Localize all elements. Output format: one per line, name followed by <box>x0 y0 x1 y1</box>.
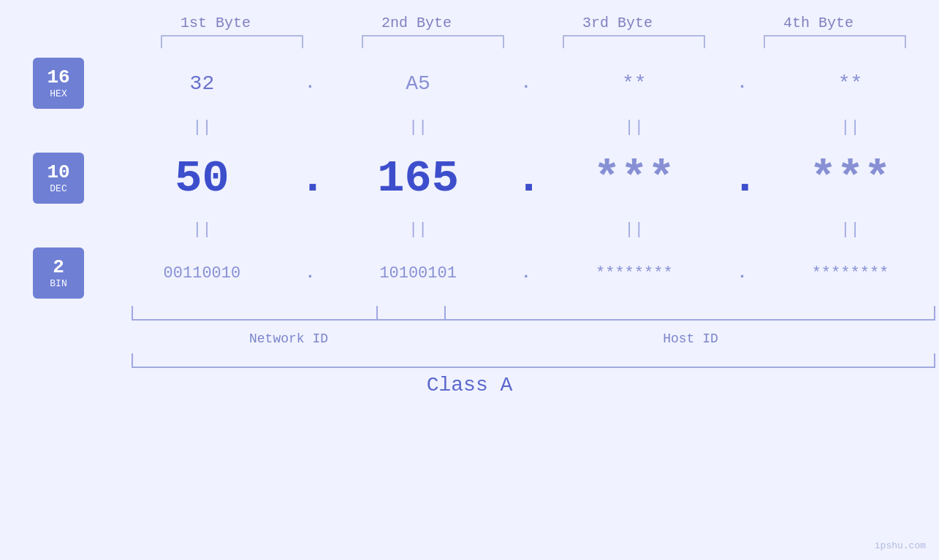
equals-row-2: || || || || <box>0 215 939 244</box>
bin-badge-num: 2 <box>53 257 64 278</box>
hex-byte-1: 32 <box>121 72 282 95</box>
bin-row: 2 BIN 00110010 . 10100101 . ******** . *… <box>0 244 939 302</box>
dec-row: 10 DEC 50 . 165 . *** . *** <box>0 142 939 215</box>
watermark: ipshu.com <box>875 540 926 551</box>
bin-byte-4: ******** <box>769 264 930 283</box>
top-bracket-4 <box>764 35 906 48</box>
equals-symbols-2: || || || || <box>113 220 939 239</box>
byte-header-3: 3rd Byte <box>544 15 691 31</box>
big-bracket-row <box>132 353 935 368</box>
dec-badge-num: 10 <box>47 162 69 183</box>
dec-dot-2: . <box>515 153 537 204</box>
hex-byte-3: ** <box>554 72 715 95</box>
eq-4: || <box>769 118 930 137</box>
equals-row-1: || || || || <box>0 112 939 142</box>
eq-3: || <box>554 118 715 137</box>
segment-labels: Network ID Host ID <box>132 331 935 346</box>
hex-dot-3: . <box>731 74 753 93</box>
bin-byte-3: ******** <box>554 264 715 283</box>
dec-byte-3: *** <box>554 153 715 204</box>
bin-badge: 2 BIN <box>33 248 84 299</box>
hex-byte-2: A5 <box>338 72 498 95</box>
network-id-label: Network ID <box>132 331 446 346</box>
bin-dot-3: . <box>731 264 753 283</box>
eq-8: || <box>769 220 930 239</box>
hex-badge: 16 HEX <box>33 58 84 109</box>
class-label: Class A <box>0 374 939 396</box>
hex-dot-2: . <box>515 74 537 93</box>
byte-header-1: 1st Byte <box>142 15 289 31</box>
top-bracket-2 <box>362 35 504 48</box>
hex-byte-4: ** <box>769 72 930 95</box>
byte-headers: 1st Byte 2nd Byte 3rd Byte 4th Byte <box>115 15 919 31</box>
bin-byte-2: 10100101 <box>338 264 498 283</box>
byte-header-4: 4th Byte <box>745 15 892 31</box>
eq-1: || <box>121 118 282 137</box>
host-id-label: Host ID <box>446 331 935 346</box>
bottom-brackets-container <box>132 306 935 328</box>
bin-dot-2: . <box>515 264 537 283</box>
dec-values: 50 . 165 . *** . *** <box>113 153 939 204</box>
dec-badge-label: DEC <box>50 183 66 194</box>
eq-5: || <box>121 220 282 239</box>
eq-6: || <box>338 220 498 239</box>
hex-dot-1: . <box>299 74 321 93</box>
big-bottom-bracket <box>132 353 935 368</box>
eq-7: || <box>554 220 715 239</box>
hex-badge-label: HEX <box>50 88 66 99</box>
hex-values: 32 . A5 . ** . ** <box>113 72 939 95</box>
bin-byte-1: 00110010 <box>121 264 282 283</box>
dec-byte-2: 165 <box>338 153 498 204</box>
bin-badge-label: BIN <box>50 278 66 289</box>
dec-badge: 10 DEC <box>33 153 84 204</box>
hex-badge-num: 16 <box>47 67 69 88</box>
dec-byte-1: 50 <box>121 153 282 204</box>
bin-values: 00110010 . 10100101 . ******** . *******… <box>113 264 939 283</box>
top-bracket-1 <box>161 35 303 48</box>
dec-dot-3: . <box>731 153 753 204</box>
top-brackets <box>132 35 935 48</box>
bin-dot-1: . <box>299 264 321 283</box>
main-container: 1st Byte 2nd Byte 3rd Byte 4th Byte 16 H… <box>0 0 939 560</box>
dec-dot-1: . <box>299 153 321 204</box>
dec-byte-4: *** <box>769 153 930 204</box>
eq-2: || <box>338 118 498 137</box>
equals-symbols-1: || || || || <box>113 118 939 137</box>
host-bracket <box>376 306 935 321</box>
top-bracket-3 <box>563 35 705 48</box>
byte-header-2: 2nd Byte <box>343 15 490 31</box>
hex-row: 16 HEX 32 . A5 . ** . ** <box>0 54 939 112</box>
